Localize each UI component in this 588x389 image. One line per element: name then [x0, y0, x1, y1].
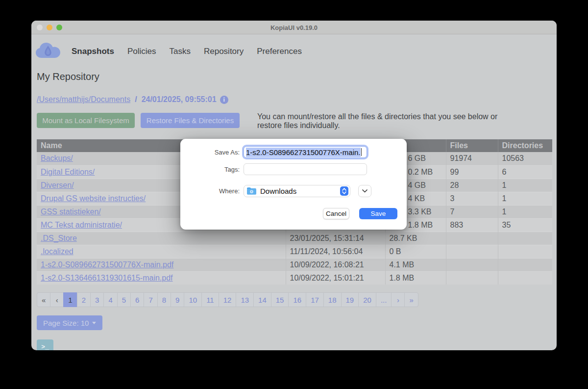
cell-files: 99 — [446, 165, 498, 179]
page-number-button[interactable]: 17 — [306, 292, 324, 307]
nav-tab-snapshots[interactable]: Snapshots — [72, 47, 114, 56]
table-row: .DS_Store 23/01/2025, 15:31:14 28.7 KB — [37, 232, 552, 245]
page-prev-button[interactable]: ‹ — [50, 292, 64, 307]
cell-files: 3 — [446, 192, 498, 205]
nav-tab-repository[interactable]: Repository — [204, 47, 244, 56]
file-link[interactable]: .DS_Store — [41, 234, 77, 242]
breadcrumb-separator: / — [135, 95, 137, 104]
page-number-button[interactable]: 18 — [323, 292, 342, 307]
dir-link[interactable]: Drupal GS website instructies/ — [41, 194, 146, 203]
file-link[interactable]: 1-s2.0-S089662731500776X-main.pdf — [41, 260, 173, 269]
page-ellipsis[interactable]: ... — [376, 292, 392, 307]
page-number-button[interactable]: 19 — [341, 292, 359, 307]
cell-modified: 10/09/2022, 15:01:21 — [286, 271, 385, 285]
cell-files — [446, 245, 498, 258]
dir-link[interactable]: GSS statistieken/ — [41, 207, 101, 216]
breadcrumb-path-link[interactable]: /Users/matthijs/Documents — [37, 95, 130, 104]
cell-files: 7 — [446, 205, 498, 218]
caret-down-icon — [92, 322, 96, 324]
save-button[interactable]: Save — [359, 208, 397, 219]
page-number-button[interactable]: 5 — [117, 292, 131, 307]
page-size-label: Page Size: 10 — [43, 319, 89, 327]
cell-modified: 11/11/2024, 10:56:04 — [286, 245, 385, 258]
text-cursor — [361, 148, 362, 156]
page-number-button[interactable]: 7 — [144, 292, 157, 307]
cell-dirs — [498, 245, 552, 258]
breadcrumb: /Users/matthijs/Documents / 24/01/2025, … — [37, 95, 228, 104]
cell-size: 1.8 MB — [385, 271, 446, 285]
dir-link[interactable]: Digital Editions/ — [41, 168, 95, 176]
where-location-dropdown[interactable]: Downloads — [244, 185, 350, 197]
snapshot-actions-toolbar: Mount as Local Filesystem Restore Files … — [37, 113, 240, 128]
cell-size: 4.1 MB — [385, 258, 446, 271]
window-title: KopiaUI v0.19.0 — [31, 21, 557, 34]
page-number-button[interactable]: 20 — [358, 292, 376, 307]
page-number-button[interactable]: 1 — [63, 292, 77, 307]
main-nav: Snapshots Policies Tasks Repository Pref… — [35, 40, 302, 63]
dir-link[interactable]: MC Tekst administratie/ — [41, 221, 122, 229]
page-last-button[interactable]: » — [404, 292, 418, 307]
page-size-dropdown[interactable]: Page Size: 10 — [37, 315, 102, 330]
save-dialog: Save As: 1-s2.0-S089662731500776X-main. … — [180, 139, 407, 230]
chevron-down-icon — [362, 189, 368, 193]
nav-tab-preferences[interactable]: Preferences — [257, 47, 302, 56]
cell-dirs — [498, 271, 552, 285]
cell-dirs: 6 — [498, 165, 552, 179]
file-link[interactable]: 1-s2.0-S1364661319301615-main.pdf — [41, 274, 173, 282]
restore-files-button[interactable]: Restore Files & Directories — [141, 113, 240, 128]
mount-filesystem-button[interactable]: Mount as Local Filesystem — [37, 113, 135, 128]
tags-label: Tags: — [180, 166, 244, 173]
where-label: Where: — [180, 187, 244, 195]
cell-modified: 10/09/2022, 16:08:21 — [286, 258, 385, 271]
cell-dirs: 1 — [498, 192, 552, 205]
file-link[interactable]: .localized — [41, 247, 74, 256]
page-number-button[interactable]: 15 — [271, 292, 289, 307]
info-circle-icon[interactable]: i — [220, 96, 228, 104]
cell-files: 883 — [446, 218, 498, 232]
snapshot-timestamp: 24/01/2025, 09:55:01 — [142, 95, 217, 104]
where-selected-value: Downloads — [260, 187, 296, 195]
save-as-input[interactable]: 1-s2.0-S089662731500776X-main. — [244, 146, 367, 158]
dir-link[interactable]: Backups/ — [41, 154, 73, 162]
cancel-button[interactable]: Cancel — [323, 208, 349, 219]
save-as-label: Save As: — [180, 149, 244, 156]
table-row: .localized 11/11/2024, 10:56:04 0 B — [37, 245, 552, 258]
cell-dirs: 1 — [498, 205, 552, 218]
page-number-button[interactable]: 10 — [184, 292, 202, 307]
page-number-button[interactable]: 2 — [77, 292, 91, 307]
nav-tab-policies[interactable]: Policies — [127, 47, 156, 56]
cell-files: 28 — [446, 179, 498, 192]
page-number-button[interactable]: 4 — [103, 292, 117, 307]
nav-tab-tasks[interactable]: Tasks — [170, 47, 191, 56]
page-number-button[interactable]: 11 — [201, 292, 219, 307]
cell-dirs — [498, 258, 552, 271]
page-number-button[interactable]: 13 — [236, 292, 254, 307]
cell-files: 91974 — [446, 152, 498, 165]
page-number-button[interactable]: 6 — [130, 292, 144, 307]
page-title: My Repository — [37, 71, 99, 82]
table-row: 1-s2.0-S089662731500776X-main.pdf 10/09/… — [37, 258, 552, 271]
cell-dirs: 1 — [498, 179, 552, 192]
col-header-files: Files — [446, 139, 498, 152]
table-row: 1-s2.0-S1364661319301615-main.pdf 10/09/… — [37, 271, 552, 285]
cell-dirs: 10563 — [498, 152, 552, 165]
kopia-cloud-logo-icon — [35, 42, 61, 61]
page-next-button[interactable]: › — [391, 292, 405, 307]
cell-dirs — [498, 232, 552, 245]
page-first-button[interactable]: « — [37, 292, 50, 307]
cell-files — [446, 271, 498, 285]
downloads-folder-icon — [247, 187, 256, 195]
show-cli-button[interactable]: >_ — [37, 339, 53, 350]
page-number-button[interactable]: 3 — [90, 292, 104, 307]
tags-input[interactable] — [244, 163, 367, 175]
page-number-button[interactable]: 14 — [253, 292, 271, 307]
page-number-button[interactable]: 8 — [157, 292, 171, 307]
dir-link[interactable]: Diversen/ — [41, 181, 74, 189]
cell-size: 28.7 KB — [385, 232, 446, 245]
pagination: « ‹ 1 2 3 4 5 6 7 8 9 10 11 12 13 14 15 … — [37, 292, 418, 307]
page-number-button[interactable]: 12 — [219, 292, 237, 307]
cell-modified: 23/01/2025, 15:31:14 — [286, 232, 385, 245]
expand-dialog-button[interactable] — [358, 185, 371, 197]
page-number-button[interactable]: 16 — [288, 292, 306, 307]
page-number-button[interactable]: 9 — [171, 292, 184, 307]
